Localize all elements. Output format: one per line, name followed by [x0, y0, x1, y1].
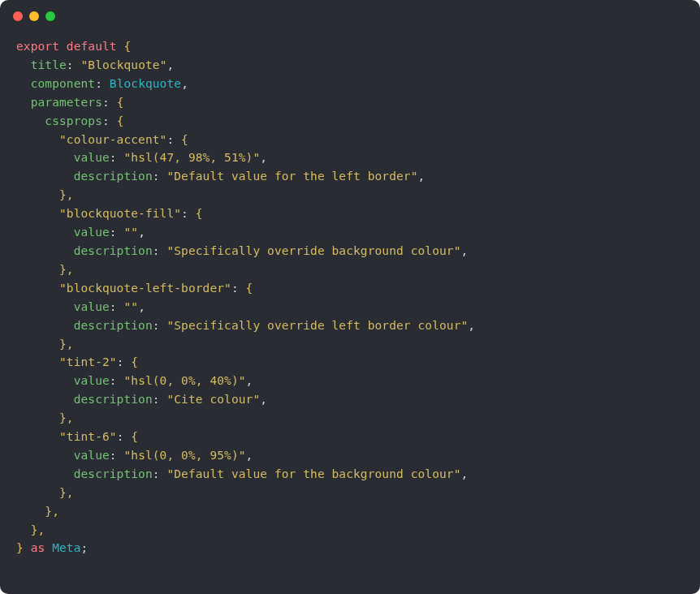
string-title: "Blockquote": [81, 58, 167, 71]
open-brace: {: [131, 430, 138, 443]
string-t2-value: "hsl(0, 0%, 40%)": [123, 374, 245, 387]
prop-description: description: [74, 393, 153, 406]
prop-value: value: [74, 226, 110, 239]
colon: :: [110, 300, 124, 313]
space: [24, 541, 31, 554]
key-colour-accent: "colour-accent": [59, 133, 166, 146]
close-brace: },: [45, 505, 59, 518]
string-bf-value: "": [123, 226, 138, 239]
keyword-as: as: [31, 541, 45, 554]
prop-description: description: [74, 170, 153, 183]
key-blockquote-fill: "blockquote-fill": [59, 207, 181, 220]
ident-blockquote: Blockquote: [110, 77, 181, 90]
close-brace: },: [59, 411, 74, 424]
open-brace: {: [117, 114, 124, 127]
colon: :: [95, 77, 110, 90]
close-icon[interactable]: [13, 11, 23, 21]
ident-meta: Meta: [52, 541, 80, 554]
string-t6-value: "hsl(0, 0%, 95%)": [123, 449, 245, 462]
open-brace: {: [196, 207, 203, 220]
colon: :: [102, 96, 117, 109]
keyword-export: export: [16, 40, 59, 53]
string-blb-value: "": [123, 300, 138, 313]
string-t2-desc: "Cite colour": [166, 393, 260, 406]
string-ca-desc: "Default value for the left border": [166, 170, 417, 183]
comma: ,: [460, 244, 468, 257]
semicolon: ;: [81, 541, 89, 554]
code-content: export default { title: "Blockquote", co…: [0, 32, 700, 574]
space: [45, 541, 52, 554]
key-tint-6: "tint-6": [59, 430, 117, 443]
colon: :: [153, 244, 167, 257]
colon: :: [231, 282, 246, 295]
prop-description: description: [74, 467, 153, 480]
prop-value: value: [74, 374, 110, 387]
prop-cssprops: cssprops: [45, 114, 102, 127]
prop-value: value: [74, 300, 110, 313]
colon: :: [117, 355, 132, 368]
colon: :: [166, 133, 181, 146]
space: [59, 40, 67, 53]
titlebar: [0, 0, 700, 32]
prop-parameters: parameters: [31, 96, 102, 109]
comma: ,: [166, 58, 174, 71]
close-brace: }: [16, 541, 24, 554]
colon: :: [153, 467, 167, 480]
keyword-default: default: [67, 40, 117, 53]
open-brace: {: [117, 96, 124, 109]
string-bf-desc: "Specifically override background colour…: [166, 244, 460, 257]
close-brace: },: [59, 338, 74, 351]
comma: ,: [138, 226, 145, 239]
close-brace: },: [59, 263, 74, 276]
open-brace: {: [131, 355, 138, 368]
colon: :: [110, 449, 124, 462]
prop-description: description: [74, 319, 153, 332]
colon: :: [181, 207, 196, 220]
string-t6-desc: "Default value for the background colour…: [166, 467, 460, 480]
comma: ,: [468, 319, 475, 332]
maximize-icon[interactable]: [45, 11, 55, 21]
open-brace: {: [246, 282, 253, 295]
comma: ,: [418, 170, 426, 183]
comma: ,: [181, 77, 188, 90]
prop-component: component: [31, 77, 95, 90]
colon: :: [67, 58, 81, 71]
minimize-icon[interactable]: [29, 11, 39, 21]
prop-title: title: [31, 58, 67, 71]
colon: :: [153, 393, 167, 406]
comma: ,: [260, 151, 267, 164]
close-brace: },: [31, 523, 45, 536]
colon: :: [110, 151, 124, 164]
comma: ,: [460, 467, 468, 480]
close-brace: },: [59, 486, 74, 499]
key-tint-2: "tint-2": [59, 355, 117, 368]
open-brace: {: [123, 40, 131, 53]
colon: :: [153, 319, 167, 332]
code-window: export default { title: "Blockquote", co…: [0, 0, 700, 594]
comma: ,: [246, 449, 253, 462]
open-brace: {: [181, 133, 188, 146]
comma: ,: [138, 300, 145, 313]
colon: :: [117, 430, 132, 443]
prop-value: value: [74, 151, 110, 164]
comma: ,: [260, 393, 267, 406]
colon: :: [153, 170, 167, 183]
prop-value: value: [74, 449, 110, 462]
key-blockquote-left-border: "blockquote-left-border": [59, 282, 231, 295]
colon: :: [102, 114, 117, 127]
string-ca-value: "hsl(47, 98%, 51%)": [123, 151, 260, 164]
colon: :: [110, 226, 124, 239]
string-blb-desc: "Specifically override left border colou…: [166, 319, 468, 332]
colon: :: [110, 374, 124, 387]
close-brace: },: [59, 188, 74, 201]
comma: ,: [246, 374, 253, 387]
prop-description: description: [74, 244, 153, 257]
